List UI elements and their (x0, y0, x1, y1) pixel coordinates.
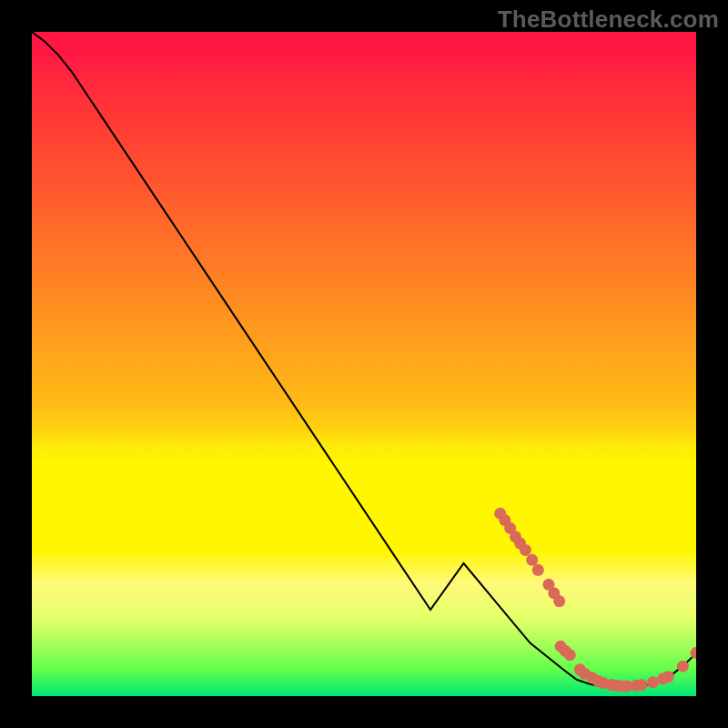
data-point (553, 595, 565, 607)
chart-container: TheBottleneck.com (0, 0, 728, 728)
data-point (520, 544, 531, 556)
data-point (677, 661, 689, 672)
data-point (636, 679, 648, 691)
data-point (662, 671, 674, 682)
data-point (532, 564, 544, 576)
watermark-text: TheBottleneck.com (498, 5, 719, 34)
data-point (564, 649, 576, 661)
plot-area (32, 32, 696, 696)
chart-svg (32, 32, 696, 696)
data-point (526, 554, 538, 566)
data-points-group (494, 508, 696, 693)
bottleneck-curve (32, 32, 696, 688)
